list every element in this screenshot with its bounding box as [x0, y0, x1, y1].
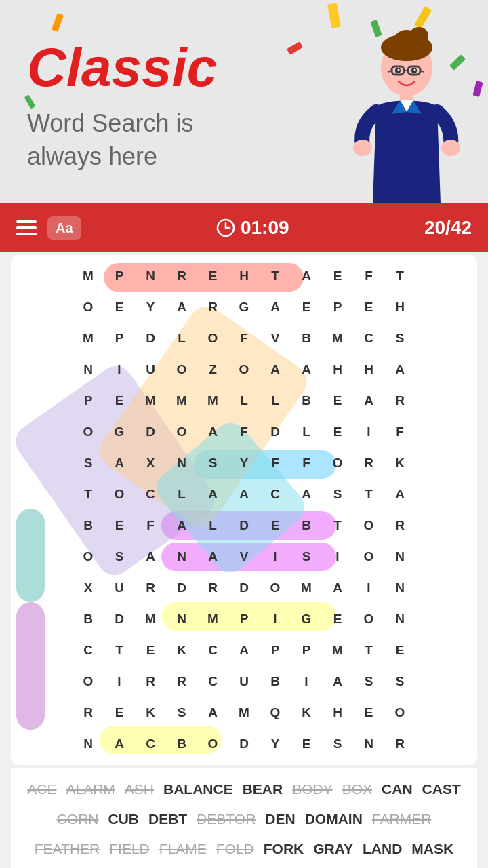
- grid-cell[interactable]: C: [353, 323, 384, 354]
- grid-cell[interactable]: C: [197, 666, 228, 697]
- grid-cell[interactable]: E: [135, 635, 166, 666]
- grid-cell[interactable]: A: [260, 292, 291, 323]
- grid-cell[interactable]: U: [228, 666, 260, 697]
- grid-cell[interactable]: O: [228, 354, 260, 385]
- grid-cell[interactable]: E: [353, 697, 384, 728]
- grid-cell[interactable]: A: [197, 479, 228, 510]
- grid-cell[interactable]: F: [260, 448, 291, 479]
- grid-cell[interactable]: N: [384, 541, 415, 572]
- grid-cell[interactable]: O: [353, 510, 384, 541]
- grid-cell[interactable]: D: [228, 728, 260, 760]
- grid-cell[interactable]: S: [384, 323, 415, 354]
- grid-cell[interactable]: P: [291, 635, 322, 666]
- grid-cell[interactable]: E: [322, 385, 353, 416]
- grid-cell[interactable]: M: [73, 260, 104, 292]
- grid-cell[interactable]: Y: [260, 728, 291, 760]
- grid-cell[interactable]: R: [166, 260, 197, 292]
- grid-cell[interactable]: D: [166, 572, 197, 604]
- grid-cell[interactable]: Q: [260, 697, 291, 728]
- grid-cell[interactable]: A: [197, 416, 228, 448]
- grid-cell[interactable]: R: [353, 448, 384, 479]
- grid-cell[interactable]: R: [384, 510, 415, 541]
- grid-cell[interactable]: O: [166, 354, 197, 385]
- grid-cell[interactable]: B: [291, 385, 322, 416]
- grid-cell[interactable]: O: [73, 416, 104, 448]
- grid-cell[interactable]: A: [353, 385, 384, 416]
- grid-cell[interactable]: T: [104, 635, 135, 666]
- grid-cell[interactable]: E: [322, 260, 353, 292]
- grid-cell[interactable]: K: [135, 697, 166, 728]
- grid-cell[interactable]: H: [384, 292, 415, 323]
- grid-cell[interactable]: P: [104, 260, 135, 292]
- grid-cell[interactable]: S: [104, 541, 135, 572]
- grid-cell[interactable]: P: [322, 292, 353, 323]
- grid-cell[interactable]: O: [73, 292, 104, 323]
- grid-cell[interactable]: P: [104, 323, 135, 354]
- grid-cell[interactable]: Y: [228, 448, 260, 479]
- grid-cell[interactable]: F: [353, 260, 384, 292]
- grid-cell[interactable]: D: [260, 416, 291, 448]
- grid-cell[interactable]: P: [260, 635, 291, 666]
- grid-cell[interactable]: S: [322, 728, 353, 760]
- grid-cell[interactable]: A: [228, 479, 260, 510]
- grid-cell[interactable]: R: [166, 666, 197, 697]
- grid-cell[interactable]: I: [104, 666, 135, 697]
- grid-cell[interactable]: N: [73, 728, 104, 760]
- grid-cell[interactable]: O: [197, 323, 228, 354]
- grid-cell[interactable]: S: [73, 448, 104, 479]
- grid-cell[interactable]: R: [197, 572, 228, 604]
- grid-cell[interactable]: R: [135, 666, 166, 697]
- font-size-button[interactable]: Aa: [47, 216, 81, 240]
- grid-cell[interactable]: K: [166, 635, 197, 666]
- grid-cell[interactable]: M: [135, 604, 166, 635]
- grid-cell[interactable]: B: [73, 604, 104, 635]
- grid-cell[interactable]: O: [353, 541, 384, 572]
- grid-cell[interactable]: A: [291, 260, 322, 292]
- grid-cell[interactable]: N: [166, 604, 197, 635]
- grid-cell[interactable]: K: [291, 697, 322, 728]
- grid-cell[interactable]: Z: [197, 354, 228, 385]
- grid-cell[interactable]: A: [260, 354, 291, 385]
- grid-cell[interactable]: E: [104, 697, 135, 728]
- grid-cell[interactable]: H: [322, 697, 353, 728]
- grid-cell[interactable]: P: [228, 604, 260, 635]
- grid-cell[interactable]: A: [166, 510, 197, 541]
- grid-cell[interactable]: P: [73, 385, 104, 416]
- grid-cell[interactable]: O: [104, 479, 135, 510]
- grid-cell[interactable]: T: [322, 510, 353, 541]
- grid-cell[interactable]: M: [291, 572, 322, 604]
- grid-cell[interactable]: A: [104, 728, 135, 760]
- grid-cell[interactable]: B: [166, 728, 197, 760]
- grid-cell[interactable]: B: [260, 666, 291, 697]
- grid-cell[interactable]: O: [197, 728, 228, 760]
- grid-cell[interactable]: I: [291, 666, 322, 697]
- grid-cell[interactable]: R: [73, 697, 104, 728]
- grid-cell[interactable]: A: [291, 479, 322, 510]
- grid-cell[interactable]: O: [322, 448, 353, 479]
- grid-cell[interactable]: L: [291, 416, 322, 448]
- grid-cell[interactable]: I: [353, 416, 384, 448]
- grid-cell[interactable]: T: [260, 260, 291, 292]
- grid-cell[interactable]: H: [322, 354, 353, 385]
- grid-cell[interactable]: M: [322, 323, 353, 354]
- grid-cell[interactable]: C: [135, 728, 166, 760]
- grid-cell[interactable]: O: [353, 604, 384, 635]
- grid-cell[interactable]: A: [104, 448, 135, 479]
- grid-cell[interactable]: S: [384, 666, 415, 697]
- grid-cell[interactable]: T: [384, 260, 415, 292]
- grid-cell[interactable]: F: [384, 416, 415, 448]
- grid-cell[interactable]: A: [291, 354, 322, 385]
- grid-cell[interactable]: E: [260, 510, 291, 541]
- grid-cell[interactable]: I: [104, 354, 135, 385]
- grid-cell[interactable]: E: [291, 728, 322, 760]
- grid-cell[interactable]: E: [197, 260, 228, 292]
- grid-cell[interactable]: S: [353, 666, 384, 697]
- grid-cell[interactable]: L: [228, 385, 260, 416]
- grid-cell[interactable]: G: [104, 416, 135, 448]
- grid-cell[interactable]: A: [135, 541, 166, 572]
- grid-cell[interactable]: V: [228, 541, 260, 572]
- grid-cell[interactable]: U: [135, 354, 166, 385]
- grid-cell[interactable]: M: [322, 635, 353, 666]
- grid-cell[interactable]: N: [73, 354, 104, 385]
- grid-cell[interactable]: D: [104, 604, 135, 635]
